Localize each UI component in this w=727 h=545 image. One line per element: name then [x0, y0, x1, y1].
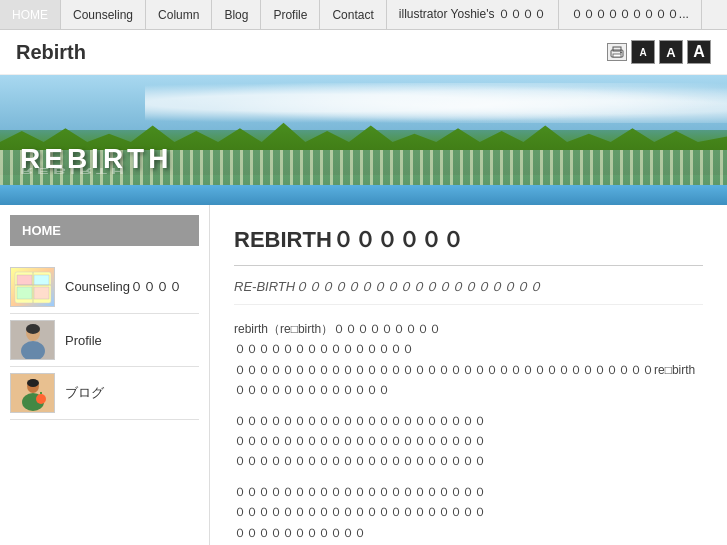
main-content: REBIRTH００００００ RE-BIRTH００００００００００００００００００…: [210, 205, 727, 545]
nav-item-blog[interactable]: Blog: [212, 0, 261, 29]
sidebar-home-label[interactable]: HOME: [10, 215, 199, 246]
header-tools: A A A: [607, 40, 711, 64]
sidebar-item-blog[interactable]: ブログ: [10, 367, 199, 420]
main-nav: HOME Counseling Column Blog Profile Cont…: [0, 0, 727, 30]
font-small-button[interactable]: A: [631, 40, 655, 64]
content-para-1: rebirth（re□birth）０００００００００ ０００００００００００００…: [234, 319, 703, 401]
main-layout: HOME Counseling００００: [0, 205, 727, 545]
font-medium-button[interactable]: A: [659, 40, 683, 64]
svg-point-3: [620, 51, 622, 53]
page-header: Rebirth A A A: [0, 30, 727, 75]
blog-label: ブログ: [65, 384, 104, 402]
content-para-2: ０００００００００００００００００００００ ００００００００００００００００００…: [234, 411, 703, 472]
hero-clouds: [145, 83, 727, 123]
content-body: rebirth（re□birth）０００００００００ ０００００００００００００…: [234, 319, 703, 545]
svg-point-17: [27, 379, 39, 387]
counseling-thumbnail: [10, 267, 55, 307]
svg-rect-2: [613, 54, 621, 57]
print-icon[interactable]: [607, 43, 627, 61]
profile-thumbnail: [10, 320, 55, 360]
profile-label: Profile: [65, 333, 102, 348]
nav-item-column[interactable]: Column: [146, 0, 212, 29]
nav-item-profile[interactable]: Profile: [261, 0, 320, 29]
nav-item-counseling[interactable]: Counseling: [61, 0, 146, 29]
svg-rect-5: [17, 275, 32, 285]
sidebar-item-counseling[interactable]: Counseling００００: [10, 261, 199, 314]
nav-item-more[interactable]: ０００００００００...: [559, 0, 702, 29]
svg-point-19: [36, 394, 46, 404]
svg-point-14: [26, 324, 40, 334]
nav-item-home[interactable]: HOME: [0, 0, 61, 29]
content-para-3: ０００００００００００００００００００００ ００００００００００００００００００…: [234, 482, 703, 545]
svg-rect-8: [34, 287, 49, 299]
hero-water: [0, 185, 727, 205]
hero-banner: REBIRTH REBIRTH: [0, 75, 727, 205]
svg-rect-7: [17, 287, 32, 299]
site-title: Rebirth: [16, 41, 86, 64]
hero-reflection: REBIRTH: [20, 166, 128, 177]
content-subtitle: RE-BIRTH０００００００００００００００００００: [234, 278, 703, 305]
content-title: REBIRTH００００００: [234, 225, 703, 266]
nav-item-illustrator[interactable]: illustrator Yoshie's ００００: [387, 0, 559, 29]
blog-thumbnail: [10, 373, 55, 413]
counseling-label: Counseling００００: [65, 278, 182, 296]
sidebar: HOME Counseling００００: [0, 205, 210, 545]
svg-rect-6: [34, 275, 49, 285]
sidebar-item-profile[interactable]: Profile: [10, 314, 199, 367]
font-large-button[interactable]: A: [687, 40, 711, 64]
nav-item-contact[interactable]: Contact: [320, 0, 386, 29]
